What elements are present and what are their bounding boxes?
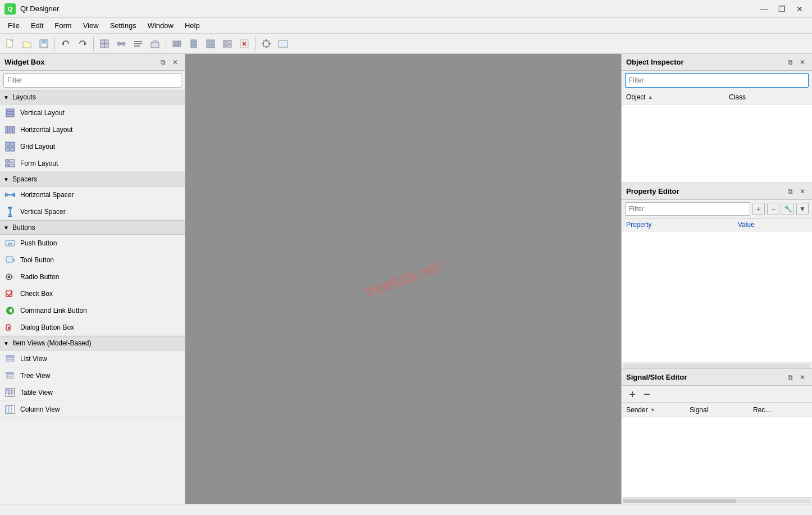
prop-col-property: Property [622,221,733,229]
widget-check-box[interactable]: Check Box [0,285,185,302]
toolbar-preview[interactable] [275,36,291,52]
widget-box-filter[interactable] [3,73,181,88]
property-filter-input[interactable] [625,202,750,216]
signal-slot-float[interactable]: ⧉ [785,372,795,382]
menu-settings[interactable]: Settings [104,20,142,31]
toolbar-new[interactable] [2,36,18,52]
tree-view-label: Tree View [20,372,50,380]
widget-box-title: Widget Box [4,58,44,66]
svg-rect-43 [6,112,14,114]
widget-tree-view[interactable]: Tree View [0,367,185,384]
svg-rect-88 [7,377,13,379]
widget-form-layout[interactable]: Form Layout [0,155,185,172]
svg-rect-45 [6,126,8,133]
property-add-button[interactable]: + [752,203,765,215]
widget-box-close[interactable]: ✕ [170,57,180,67]
toolbar-lay-vert[interactable] [186,36,202,52]
toolbar-save[interactable] [36,36,52,52]
horizontal-layout-label: Horizontal Layout [20,126,72,134]
property-editor-controls: ⧉ ✕ [785,186,808,197]
signal-slot-remove[interactable] [641,388,653,400]
item-views-arrow: ▼ [3,340,9,347]
minimize-button[interactable]: — [756,3,772,15]
check-box-label: Check Box [20,290,53,298]
signal-slot-editor: Signal/Slot Editor ⧉ ✕ Sender ▼ [622,369,812,504]
svg-rect-98 [9,405,12,413]
menu-help[interactable]: Help [179,20,206,31]
col-object: Object ▲ [626,93,729,101]
toolbar-widget-editor[interactable] [97,36,112,52]
signal-slot-col-headers: Sender ▼ Signal Rec... [622,403,812,417]
widget-list-view[interactable]: List View [0,350,185,367]
widget-radio-button[interactable]: Radio Button [0,268,185,285]
svg-rect-51 [11,147,15,151]
svg-rect-41 [280,42,286,46]
property-editor-float[interactable]: ⧉ [785,186,795,197]
object-inspector-float[interactable]: ⧉ [785,57,795,67]
toolbar-action-editor[interactable] [130,36,146,52]
widget-command-link-button[interactable]: Command Link Button [0,302,185,319]
svg-rect-7 [101,40,104,44]
svg-point-75 [8,275,11,278]
category-buttons[interactable]: ▼ Buttons [0,220,185,235]
signal-slot-close[interactable]: ✕ [797,372,808,382]
svg-rect-53 [10,159,15,162]
svg-rect-44 [6,115,14,117]
menu-form[interactable]: Form [49,20,77,31]
widget-grid-layout[interactable]: Grid Layout [0,138,185,155]
toolbar-undo[interactable] [58,36,74,52]
menu-file[interactable]: File [2,20,25,31]
form-layout-label: Form Layout [20,159,58,167]
toolbar-open[interactable] [19,36,35,52]
close-button[interactable]: ✕ [792,3,808,15]
v-spacer-icon [4,206,16,217]
toolbar-lay-horiz[interactable] [169,36,185,52]
widget-tool-button[interactable]: Tool Button [0,252,185,268]
svg-point-11 [117,42,121,45]
category-layouts[interactable]: ▼ Layouts [0,90,185,104]
toolbar-lay-form[interactable] [220,36,235,52]
col-object-label: Object [626,93,646,101]
widget-vertical-spacer[interactable]: Vertical Spacer [0,203,185,220]
widget-vertical-layout[interactable]: Vertical Layout [0,104,185,121]
category-spacers[interactable]: ▼ Spacers [0,172,185,186]
widget-horizontal-layout[interactable]: Horizontal Layout [0,121,185,138]
category-item-views[interactable]: ▼ Item Views (Model-Based) [0,336,185,350]
widget-dialog-button-box[interactable]: Dialog Button Box [0,319,185,336]
status-bar [0,504,812,515]
widget-box-float[interactable]: ⧉ [158,57,168,67]
ss-sender-arrow: ▼ [650,407,655,413]
property-h-scrollbar[interactable] [622,362,812,368]
h-scroll-track [623,363,811,368]
property-more-button[interactable]: ▼ [796,203,809,215]
object-inspector-close[interactable]: ✕ [797,57,808,67]
signal-slot-add[interactable] [626,388,638,400]
object-inspector-filter[interactable] [625,73,809,88]
buttons-arrow: ▼ [3,225,9,231]
widget-horizontal-spacer[interactable]: Horizontal Spacer [0,186,185,203]
svg-rect-42 [6,109,14,111]
widget-table-view[interactable]: Table View [0,384,185,401]
maximize-button[interactable]: ❐ [774,3,790,15]
layouts-arrow: ▼ [3,94,9,101]
menu-edit[interactable]: Edit [25,20,49,31]
svg-rect-30 [223,44,226,47]
property-wrench-button[interactable]: 🔧 [782,203,794,215]
toolbar-lay-grid[interactable] [203,36,218,52]
property-editor-content [622,231,812,362]
toolbar-break-layout[interactable] [236,36,252,52]
toolbar-resource-editor[interactable] [147,36,163,52]
signal-slot-h-scrollbar[interactable] [622,497,812,504]
property-editor-close[interactable]: ✕ [797,186,808,197]
svg-rect-86 [6,372,13,374]
svg-point-12 [122,42,125,45]
widget-push-button[interactable]: OK Push Button [0,235,185,252]
property-remove-button[interactable]: − [767,203,779,215]
toolbar-redo[interactable] [75,36,90,52]
toolbar-adjust-size[interactable] [258,36,274,52]
widget-column-view[interactable]: Column View [0,401,185,418]
toolbar-signal-slot[interactable] [113,36,129,52]
svg-rect-84 [6,358,14,359]
menu-window[interactable]: Window [142,20,179,31]
menu-view[interactable]: View [77,20,104,31]
